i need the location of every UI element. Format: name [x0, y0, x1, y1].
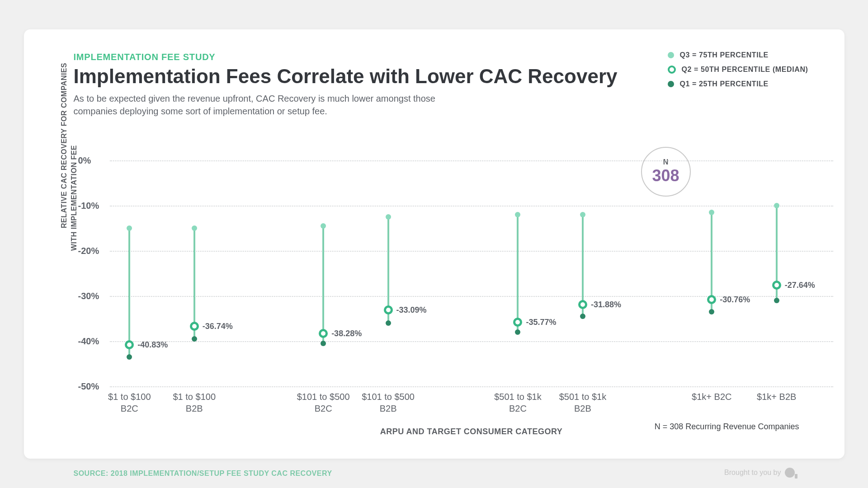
logo-icon [785, 468, 795, 478]
q3-dot-icon [127, 225, 132, 231]
legend-q2-label: Q2 = 50TH PERCENTILE (MEDIAN) [681, 66, 808, 74]
legend-q2: Q2 = 50TH PERCENTILE (MEDIAN) [668, 66, 808, 74]
q1-dot-icon [515, 329, 520, 335]
median-label: -27.64% [785, 281, 815, 290]
y-axis-label-line1: RELATIVE CAC RECOVERY FOR COMPANIES [60, 63, 68, 228]
source-note: SOURCE: 2018 IMPLEMENTATION/SETUP FEE ST… [74, 469, 332, 478]
legend-q1-label: Q1 = 25TH PERCENTILE [679, 80, 769, 88]
x-category-label: $101 to $500B2C [297, 391, 350, 414]
median-label: -33.09% [396, 305, 427, 314]
q3-dot-icon [515, 212, 520, 217]
x-category-label: $1k+ B2C [692, 391, 731, 403]
series-line [322, 226, 324, 343]
gridline [110, 160, 833, 161]
x-category-label: $101 to $500B2B [362, 391, 415, 414]
median-label: -30.76% [720, 295, 750, 304]
y-tick-label: -20% [78, 246, 99, 256]
gridline [110, 386, 833, 387]
x-category-label: $501 to $1kB2C [494, 391, 542, 414]
q1-dot-icon [321, 341, 326, 346]
q3-dot-icon [774, 203, 779, 208]
median-label: -36.74% [203, 322, 233, 331]
gridline [110, 251, 833, 252]
q3-dot-icon [580, 212, 585, 217]
x-axis-label: ARPU AND TARGET CONSUMER CATEGORY [380, 427, 563, 436]
y-axis-label-line2: WITH IMPLEMENTATION FEE [70, 145, 78, 251]
q2-median-dot-icon [384, 305, 393, 314]
y-tick-label: -10% [78, 201, 99, 211]
q2-median-dot-icon [578, 300, 587, 309]
brought-by: Brought to you by [724, 468, 794, 478]
q1-dot-icon [127, 354, 132, 360]
q2-median-dot-icon [707, 295, 716, 304]
series-line [517, 215, 519, 332]
q2-median-dot-icon [125, 340, 134, 349]
y-tick-label: -50% [78, 381, 99, 392]
gridline [110, 341, 833, 342]
median-label: -38.28% [331, 328, 362, 338]
gridline [110, 206, 833, 206]
y-tick-label: 0% [78, 155, 91, 166]
y-tick-label: -30% [78, 291, 99, 301]
plot-area: ARPU AND TARGET CONSUMER CATEGORY 0%-10%… [110, 160, 833, 386]
x-category-label: $501 to $1kB2B [559, 391, 607, 414]
legend-q3: Q3 = 75TH PERCENTILE [668, 51, 808, 59]
chart-card: IMPLEMENTATION FEE STUDY Implementation … [24, 29, 844, 459]
q1-dot-icon [192, 336, 197, 342]
q2-median-dot-icon [190, 322, 199, 331]
x-category-label: $1 to $100B2C [108, 391, 151, 414]
q1-dot-icon [774, 298, 779, 303]
legend: Q3 = 75TH PERCENTILE Q2 = 50TH PERCENTIL… [668, 51, 808, 94]
q3-dot-icon [709, 210, 714, 215]
swatch-q2-icon [668, 66, 676, 74]
y-tick-label: -40% [78, 336, 99, 347]
x-category-label: $1 to $100B2B [173, 391, 216, 414]
x-category-label: $1k+ B2B [757, 391, 796, 403]
q3-dot-icon [321, 223, 326, 229]
brought-by-label: Brought to you by [724, 469, 781, 477]
q3-dot-icon [386, 214, 391, 220]
q3-dot-icon [192, 225, 197, 231]
swatch-q3-icon [668, 52, 674, 58]
swatch-q1-icon [668, 81, 674, 87]
q1-dot-icon [580, 314, 585, 319]
legend-q3-label: Q3 = 75TH PERCENTILE [679, 51, 769, 59]
median-label: -40.83% [137, 340, 168, 350]
q1-dot-icon [709, 309, 714, 314]
q1-dot-icon [386, 320, 391, 326]
n-note: N = 308 Recurring Revenue Companies [655, 422, 799, 432]
legend-q1: Q1 = 25TH PERCENTILE [668, 80, 808, 88]
median-label: -35.77% [526, 317, 556, 327]
series-line [128, 228, 130, 357]
subtitle: As to be expected given the revenue upfr… [74, 92, 481, 117]
q2-median-dot-icon [513, 318, 522, 327]
q2-median-dot-icon [319, 329, 328, 338]
median-label: -31.88% [591, 300, 621, 309]
q2-median-dot-icon [772, 281, 781, 290]
